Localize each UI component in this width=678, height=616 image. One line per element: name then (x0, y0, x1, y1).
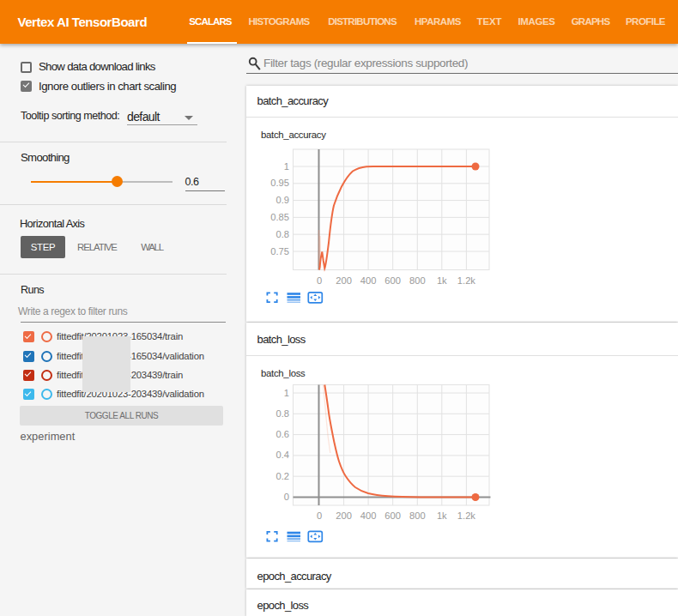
svg-text:0.95: 0.95 (270, 178, 289, 188)
svg-text:600: 600 (384, 275, 401, 286)
svg-text:0.4: 0.4 (275, 450, 289, 460)
svg-text:batch_accuracy: batch_accuracy (261, 130, 326, 140)
svg-text:200: 200 (336, 275, 352, 286)
svg-text:0.9: 0.9 (275, 195, 289, 205)
svg-text:600: 600 (384, 510, 401, 521)
svg-text:batch_loss: batch_loss (261, 368, 306, 378)
svg-text:0.75: 0.75 (270, 246, 289, 257)
svg-text:0.8: 0.8 (275, 408, 289, 419)
svg-text:0: 0 (284, 492, 289, 502)
svg-text:800: 800 (409, 275, 426, 286)
svg-text:400: 400 (360, 275, 377, 286)
svg-text:0: 0 (317, 510, 322, 521)
svg-text:0.8: 0.8 (275, 229, 289, 239)
svg-text:0.2: 0.2 (275, 471, 289, 481)
svg-text:800: 800 (409, 510, 426, 521)
svg-text:1.2k: 1.2k (457, 275, 476, 286)
svg-text:0.6: 0.6 (275, 429, 289, 439)
svg-text:0.85: 0.85 (270, 212, 289, 222)
svg-text:400: 400 (360, 510, 377, 521)
svg-text:1: 1 (284, 161, 289, 172)
svg-text:1k: 1k (437, 510, 447, 521)
svg-text:1: 1 (284, 388, 289, 398)
svg-text:1.2k: 1.2k (457, 510, 476, 521)
svg-text:0: 0 (317, 275, 322, 286)
svg-text:1k: 1k (437, 275, 447, 286)
svg-text:200: 200 (336, 510, 352, 521)
